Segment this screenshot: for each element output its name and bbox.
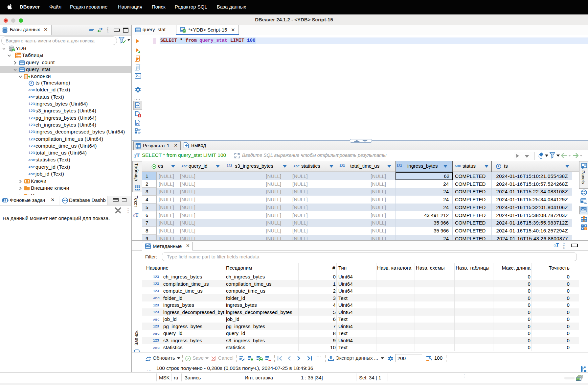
svg-text:{x}: {x} <box>136 122 139 125</box>
